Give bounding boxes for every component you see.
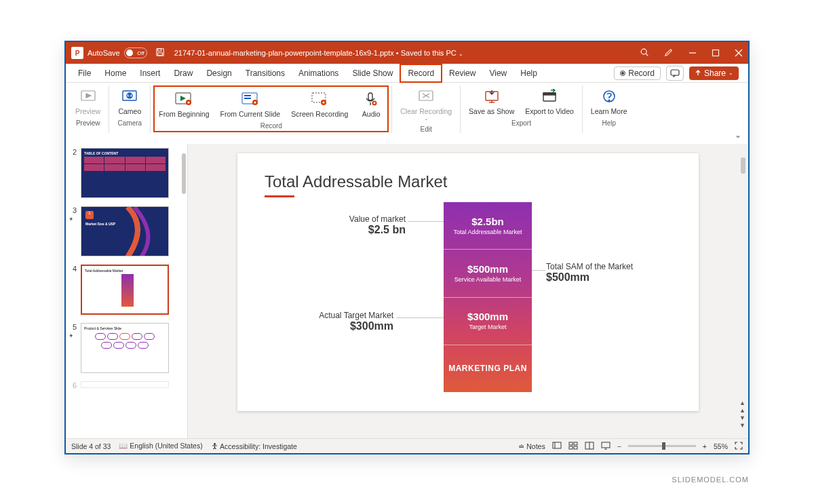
canvas-scrollbar[interactable] xyxy=(741,157,745,174)
nav-arrows[interactable]: ▲▲▼▼ xyxy=(739,400,745,429)
sorter-view-icon[interactable] xyxy=(568,442,578,451)
group-label-edit: Edit xyxy=(421,125,432,133)
slide-canvas-area[interactable]: ▲▲▼▼ Total Addressable Market Value of m… xyxy=(188,144,748,438)
zoom-out-button[interactable]: − xyxy=(617,442,621,450)
ribbon-tabs: File Home Insert Draw Design Transitions… xyxy=(66,64,748,83)
learn-more-button[interactable]: Learn More xyxy=(588,85,630,117)
tab-help[interactable]: Help xyxy=(513,64,544,83)
group-export: Save as Show Export to Video Export xyxy=(463,85,579,127)
tab-slideshow[interactable]: Slide Show xyxy=(345,64,400,83)
svg-point-28 xyxy=(374,102,376,104)
normal-view-icon[interactable] xyxy=(552,442,562,451)
tab-home[interactable]: Home xyxy=(98,64,133,83)
from-current-slide-icon xyxy=(241,90,260,109)
tab-record[interactable]: Record xyxy=(400,64,442,83)
svg-rect-44 xyxy=(569,446,573,449)
tab-design[interactable]: Design xyxy=(199,64,238,83)
slide[interactable]: Total Addressable Market Value of market… xyxy=(237,153,699,411)
group-camera: Cameo Camera xyxy=(112,85,147,127)
svg-rect-48 xyxy=(602,442,610,448)
svg-rect-42 xyxy=(569,442,573,445)
tab-insert[interactable]: Insert xyxy=(133,64,167,83)
tab-transitions[interactable]: Transitions xyxy=(239,64,292,83)
preview-icon xyxy=(79,87,98,106)
svg-point-16 xyxy=(188,101,190,103)
audio-button[interactable]: Audio xyxy=(356,88,386,119)
share-button[interactable]: Share⌄ xyxy=(689,66,739,80)
cameo-button[interactable]: Cameo xyxy=(115,85,144,117)
collapse-ribbon-icon[interactable]: ⌄ xyxy=(735,130,741,140)
thumbnail-5[interactable]: 5✦ Product & Services Slide xyxy=(69,323,185,373)
cameo-icon xyxy=(120,87,139,106)
group-preview: Preview Preview xyxy=(70,85,106,127)
slideshow-view-icon[interactable] xyxy=(601,442,610,451)
audio-icon xyxy=(362,90,381,109)
thumbnail-6[interactable]: 6 xyxy=(69,381,185,389)
notes-button[interactable]: ≐ Notes xyxy=(518,442,545,450)
accessibility-status[interactable]: Accessibility: Investigate xyxy=(211,442,297,450)
screen-recording-button[interactable]: Screen Recording xyxy=(288,88,351,119)
svg-rect-36 xyxy=(543,93,556,95)
app-window: P AutoSave Off 21747-01-annual-marketing… xyxy=(64,41,750,454)
tab-animations[interactable]: Animations xyxy=(292,64,345,83)
group-help: Learn More Help xyxy=(585,85,633,127)
pen-icon[interactable] xyxy=(664,47,674,58)
zoom-level[interactable]: 55% xyxy=(714,442,728,450)
thumbnail-scrollbar[interactable] xyxy=(182,153,186,194)
svg-point-13 xyxy=(129,94,131,96)
save-as-show-button[interactable]: Save as Show xyxy=(466,85,517,117)
svg-rect-19 xyxy=(244,98,251,99)
autosave-label: AutoSave xyxy=(88,49,120,57)
callout-actual-target: Actual Target Market $300mm xyxy=(292,311,393,332)
comments-button[interactable] xyxy=(666,66,684,81)
maximize-button[interactable] xyxy=(712,49,720,57)
group-label-export: Export xyxy=(511,119,531,127)
slide-thumbnails[interactable]: 2 TABLE OF CONTENT 3✦ 1Market Size & USP… xyxy=(66,144,188,438)
funnel-chart: $2.5bnTotal Addressable Market $500mmSer… xyxy=(444,202,532,392)
close-button[interactable] xyxy=(735,49,743,57)
record-button[interactable]: Record xyxy=(614,66,661,80)
zoom-in-button[interactable]: + xyxy=(703,442,707,450)
svg-rect-18 xyxy=(244,95,251,96)
from-beginning-icon xyxy=(174,90,193,109)
tab-file[interactable]: File xyxy=(71,64,98,83)
svg-rect-40 xyxy=(553,442,561,448)
save-icon[interactable] xyxy=(155,47,165,58)
preview-button[interactable]: Preview xyxy=(73,85,103,117)
tab-view[interactable]: View xyxy=(482,64,513,83)
autosave-toggle[interactable]: Off xyxy=(124,47,147,58)
slide-position[interactable]: Slide 4 of 33 xyxy=(71,442,111,450)
svg-point-38 xyxy=(608,100,610,101)
reading-view-icon[interactable] xyxy=(585,442,594,451)
export-to-video-icon xyxy=(540,87,559,106)
from-beginning-button[interactable]: From Beginning xyxy=(156,88,212,119)
document-filename[interactable]: 21747-01-annual-marketing-plan-powerpoin… xyxy=(174,49,463,57)
from-current-slide-button[interactable]: From Current Slide xyxy=(217,88,283,119)
group-label-camera: Camera xyxy=(118,119,142,127)
svg-point-39 xyxy=(214,443,216,445)
callout-value-of-market: Value of market $2.5 bn xyxy=(304,214,406,236)
learn-more-icon xyxy=(600,87,619,106)
clear-recording-button[interactable]: Clear Recording ⌄ xyxy=(398,85,454,123)
svg-rect-2 xyxy=(157,53,162,56)
language-status[interactable]: 📖 English (United States) xyxy=(119,442,202,450)
funnel-seg-4: MARKETING PLAN xyxy=(444,345,532,392)
zoom-slider[interactable] xyxy=(628,445,696,447)
svg-line-4 xyxy=(646,54,648,56)
tab-draw[interactable]: Draw xyxy=(167,64,199,83)
save-as-show-icon xyxy=(482,87,501,106)
clear-recording-icon xyxy=(416,87,435,106)
group-record: From Beginning From Current Slide Screen… xyxy=(153,85,389,132)
thumbnail-3[interactable]: 3✦ 1Market Size & USP xyxy=(69,206,185,256)
minimize-button[interactable] xyxy=(689,49,697,57)
powerpoint-icon: P xyxy=(71,47,83,59)
tab-review[interactable]: Review xyxy=(442,64,482,83)
export-to-video-button[interactable]: Export to Video xyxy=(522,85,577,117)
thumbnail-2[interactable]: 2 TABLE OF CONTENT xyxy=(69,148,185,198)
watermark: SLIDEMODEL.COM xyxy=(672,476,749,484)
group-label-record: Record xyxy=(260,122,282,130)
group-label-preview: Preview xyxy=(76,119,100,127)
fit-to-window-icon[interactable] xyxy=(735,442,743,451)
search-icon[interactable] xyxy=(640,47,649,58)
thumbnail-4[interactable]: 4 Total Addressable Market xyxy=(69,265,185,315)
